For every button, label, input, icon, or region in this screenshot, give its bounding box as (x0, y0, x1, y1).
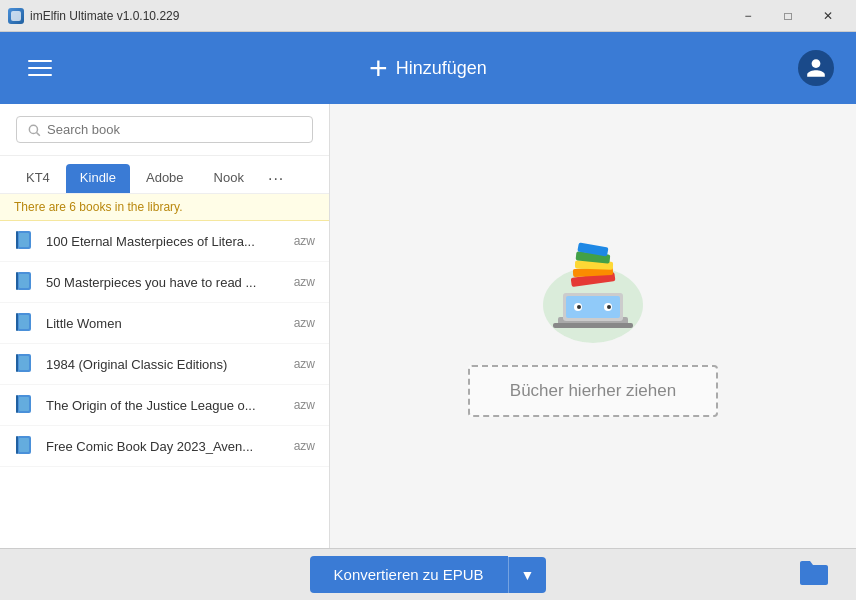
tab-adobe[interactable]: Adobe (132, 164, 198, 193)
user-profile-button[interactable] (796, 48, 836, 88)
svg-rect-8 (16, 272, 18, 290)
tabs-bar: KT4 Kindle Adobe Nook ··· (0, 156, 329, 194)
tab-nook[interactable]: Nook (200, 164, 258, 193)
open-folder-button[interactable] (792, 553, 836, 596)
tab-kt4[interactable]: KT4 (12, 164, 64, 193)
window-controls: − □ ✕ (728, 0, 848, 32)
svg-rect-5 (16, 231, 18, 249)
search-box (16, 116, 313, 143)
book-list-item[interactable]: 1984 (Original Classic Editions) azw (0, 344, 329, 385)
svg-point-28 (577, 305, 581, 309)
close-button[interactable]: ✕ (808, 0, 848, 32)
hamburger-menu-button[interactable] (20, 52, 60, 84)
book-item-icon (14, 312, 36, 334)
book-format: azw (294, 234, 315, 248)
app-icon (8, 8, 24, 24)
search-icon (27, 123, 41, 137)
svg-rect-20 (16, 436, 18, 454)
more-tabs-button[interactable]: ··· (260, 166, 292, 192)
svg-line-2 (37, 132, 40, 135)
add-label: Hinzufügen (396, 58, 487, 79)
maximize-button[interactable]: □ (768, 0, 808, 32)
convert-dropdown-button[interactable]: ▼ (508, 557, 547, 593)
svg-rect-23 (553, 323, 633, 328)
minimize-button[interactable]: − (728, 0, 768, 32)
user-avatar (798, 50, 834, 86)
book-list-item[interactable]: 100 Eternal Masterpieces of Litera... az… (0, 221, 329, 262)
hamburger-line (28, 67, 52, 69)
svg-rect-7 (19, 274, 29, 288)
drop-illustration (533, 235, 653, 345)
book-title: The Origin of the Justice League o... (46, 398, 284, 413)
svg-point-29 (607, 305, 611, 309)
search-container (0, 104, 329, 156)
book-title: 1984 (Original Classic Editions) (46, 357, 284, 372)
book-list: 100 Eternal Masterpieces of Litera... az… (0, 221, 329, 548)
search-input[interactable] (47, 122, 302, 137)
svg-rect-13 (19, 356, 29, 370)
book-format: azw (294, 275, 315, 289)
book-title: 50 Masterpieces you have to read ... (46, 275, 284, 290)
main-content: KT4 Kindle Adobe Nook ··· There are 6 bo… (0, 104, 856, 548)
hamburger-line (28, 74, 52, 76)
right-panel: Bücher hierher ziehen (330, 104, 856, 548)
book-format: azw (294, 439, 315, 453)
book-item-icon (14, 271, 36, 293)
book-list-item[interactable]: Little Women azw (0, 303, 329, 344)
book-format: azw (294, 316, 315, 330)
svg-rect-4 (19, 233, 29, 247)
svg-point-1 (29, 125, 37, 133)
plus-icon: + (369, 52, 388, 84)
drop-zone[interactable]: Bücher hierher ziehen (468, 365, 718, 417)
folder-icon (798, 559, 830, 587)
add-button[interactable]: + Hinzufügen (369, 52, 487, 84)
svg-rect-11 (16, 313, 18, 331)
book-list-item[interactable]: Free Comic Book Day 2023_Aven... azw (0, 426, 329, 467)
book-format: azw (294, 398, 315, 412)
bottom-bar: Konvertieren zu EPUB ▼ (0, 548, 856, 600)
book-format: azw (294, 357, 315, 371)
svg-rect-17 (16, 395, 18, 413)
library-status: There are 6 books in the library. (0, 194, 329, 221)
svg-rect-16 (19, 397, 29, 411)
convert-button[interactable]: Konvertieren zu EPUB (310, 556, 508, 593)
app-title: imElfin Ultimate v1.0.10.229 (30, 9, 179, 23)
book-list-item[interactable]: The Origin of the Justice League o... az… (0, 385, 329, 426)
book-character-illustration (533, 235, 653, 345)
book-item-icon (14, 394, 36, 416)
main-toolbar: + Hinzufügen (0, 32, 856, 104)
book-title: 100 Eternal Masterpieces of Litera... (46, 234, 284, 249)
book-item-icon (14, 353, 36, 375)
svg-rect-0 (11, 11, 21, 21)
title-bar: imElfin Ultimate v1.0.10.229 − □ ✕ (0, 0, 856, 32)
svg-rect-10 (19, 315, 29, 329)
book-list-item[interactable]: 50 Masterpieces you have to read ... azw (0, 262, 329, 303)
book-title: Free Comic Book Day 2023_Aven... (46, 439, 284, 454)
book-item-icon (14, 435, 36, 457)
tab-kindle[interactable]: Kindle (66, 164, 130, 193)
book-item-icon (14, 230, 36, 252)
hamburger-line (28, 60, 52, 62)
convert-button-group: Konvertieren zu EPUB ▼ (310, 556, 547, 593)
book-title: Little Women (46, 316, 284, 331)
left-panel: KT4 Kindle Adobe Nook ··· There are 6 bo… (0, 104, 330, 548)
svg-rect-14 (16, 354, 18, 372)
title-bar-left: imElfin Ultimate v1.0.10.229 (8, 8, 179, 24)
svg-rect-19 (19, 438, 29, 452)
